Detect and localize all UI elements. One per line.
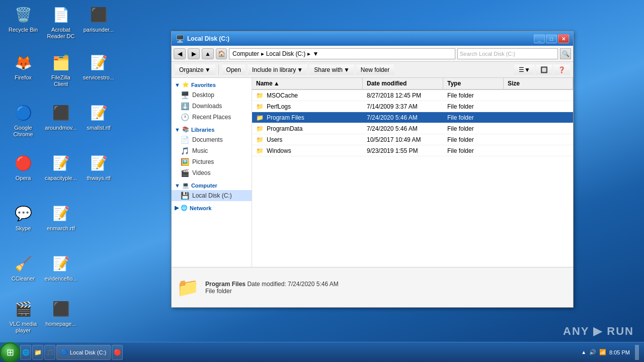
col-header-name[interactable]: Name ▲ bbox=[252, 78, 363, 89]
new-folder-button[interactable]: New folder bbox=[356, 64, 394, 76]
aroundmov-label: aroundmov... bbox=[45, 125, 76, 131]
file-name: MSOCache bbox=[267, 92, 298, 99]
table-row[interactable]: 📁 MSOCache 8/27/2018 12:45 PM File folde… bbox=[252, 90, 573, 101]
desktop-icon-capacityple[interactable]: 📝 capacityple... bbox=[43, 151, 79, 184]
tray-speaker-icon[interactable]: 🔊 bbox=[589, 349, 596, 355]
col-name-label: Name bbox=[256, 80, 273, 87]
libraries-arrow: ▼ bbox=[175, 127, 180, 133]
share-with-button[interactable]: Share with ▼ bbox=[309, 64, 354, 76]
table-row[interactable]: 📁 Program Files 7/24/2020 5:46 AM File f… bbox=[252, 112, 573, 123]
desktop-icon-smallst[interactable]: 📝 smallst.rtf bbox=[80, 101, 117, 133]
desktop-icon-sm: 🖥️ bbox=[181, 91, 189, 99]
table-row[interactable]: 📁 ProgramData 7/24/2020 5:46 AM File fol… bbox=[252, 123, 573, 134]
sidebar-item-pictures[interactable]: 🖼️ Pictures bbox=[172, 156, 252, 167]
watermark: ANY ▶ RUN bbox=[563, 325, 634, 338]
explorer-window[interactable]: 🖥️ Local Disk (C:) _ □ ✕ ◀ ▶ ▲ 🏠 Compute… bbox=[171, 31, 574, 308]
table-row[interactable]: 📁 Windows 9/23/2019 1:55 PM File folder bbox=[252, 145, 573, 156]
sidebar-desktop-label: Desktop bbox=[192, 92, 214, 99]
include-library-button[interactable]: Include in library ▼ bbox=[248, 64, 307, 76]
vlc-label: VLC media player bbox=[7, 321, 39, 334]
file-folder-icon: 📁 bbox=[256, 147, 264, 154]
desktop-icon-acrobat[interactable]: 📄 Acrobat Reader DC bbox=[43, 3, 79, 42]
desktop-icon-thways[interactable]: 📝 thways.rtf bbox=[80, 151, 117, 184]
table-row[interactable]: 📁 PerfLogs 7/14/2009 3:37 AM File folder bbox=[252, 101, 573, 112]
sidebar-item-documents[interactable]: 📄 Documents bbox=[172, 134, 252, 145]
taskbar-chrome-icon: 🔵 bbox=[61, 349, 68, 355]
minimize-button[interactable]: _ bbox=[534, 34, 545, 43]
desktop-icon-ccleaner[interactable]: 🧹 CCleaner bbox=[5, 251, 41, 284]
status-bar: 📁 Program Files Date modified: 7/24/2020… bbox=[172, 267, 573, 307]
share-with-arrow: ▼ bbox=[344, 66, 350, 73]
computer-header[interactable]: ▼ 💻 Computer bbox=[172, 180, 252, 190]
tray-network-icon[interactable]: 📶 bbox=[599, 349, 606, 355]
search-box[interactable]: Search Local Disk (C:) bbox=[457, 48, 558, 59]
sidebar-item-recent-places[interactable]: 🕐 Recent Places bbox=[172, 112, 252, 123]
desktop-icon-enmarch[interactable]: 📝 enmarch.rtf bbox=[43, 201, 79, 234]
desktop-icon-google-chrome[interactable]: 🔵 Google Chrome bbox=[5, 101, 41, 140]
tray-show-hidden[interactable]: ▲ bbox=[581, 349, 586, 355]
up-button[interactable]: ▲ bbox=[202, 48, 214, 59]
sidebar-item-downloads[interactable]: ⬇️ Downloads bbox=[172, 101, 252, 112]
maximize-button[interactable]: □ bbox=[546, 34, 557, 43]
col-header-date[interactable]: Date modified bbox=[363, 78, 443, 89]
taskbar-ie-button[interactable]: 🌐 bbox=[20, 345, 31, 360]
sidebar-item-local-disk-c[interactable]: 💾 Local Disk (C:) bbox=[172, 190, 252, 201]
desktop-icon-skype[interactable]: 💬 Skype bbox=[5, 201, 41, 234]
file-folder-icon: 📁 bbox=[256, 125, 264, 132]
sidebar-localdisk-label: Local Disk (C:) bbox=[192, 192, 232, 199]
window-title: Local Disk (C:) bbox=[187, 35, 534, 42]
help-button[interactable]: ❓ bbox=[553, 64, 570, 76]
sidebar-item-videos[interactable]: 🎬 Videos bbox=[172, 167, 252, 178]
network-icon: 🌐 bbox=[181, 205, 188, 211]
desktop-icon-recycle-bin[interactable]: 🗑️ Recycle Bin bbox=[5, 3, 41, 35]
toolbar-separator-1 bbox=[218, 65, 219, 75]
forward-button[interactable]: ▶ bbox=[188, 48, 200, 59]
pictures-icon: 🖼️ bbox=[181, 158, 189, 166]
home-icon[interactable]: 🏠 bbox=[216, 48, 227, 59]
dropdown-arrow[interactable]: ▼ bbox=[312, 50, 318, 57]
desktop-icon-opera[interactable]: 🔴 Opera bbox=[5, 151, 41, 184]
desktop-icon-aroundmov[interactable]: ⬛ aroundmov... bbox=[43, 101, 79, 133]
start-button[interactable]: ⊞ bbox=[0, 342, 20, 363]
computer-breadcrumb[interactable]: Computer bbox=[232, 50, 259, 57]
desktop-icon-firefox[interactable]: 🦊 Firefox bbox=[5, 50, 41, 83]
favorites-header[interactable]: ▼ ⭐ Favorites bbox=[172, 80, 252, 89]
address-path[interactable]: Computer ▸ Local Disk (C:) ▸ ▼ bbox=[229, 48, 455, 59]
file-name-cell: 📁 PerfLogs bbox=[252, 102, 363, 111]
back-button[interactable]: ◀ bbox=[174, 48, 186, 59]
evidenceflo-img: 📝 bbox=[51, 253, 71, 274]
file-name-cell: 📁 Program Files bbox=[252, 113, 363, 122]
desktop-icon-filezilla[interactable]: 🗂️ FileZilla Client bbox=[43, 50, 79, 89]
view-options-button[interactable]: ☰▼ bbox=[514, 64, 535, 76]
network-header[interactable]: ▶ 🌐 Network bbox=[172, 203, 252, 213]
localdisk-breadcrumb[interactable]: Local Disk (C:) bbox=[266, 50, 306, 57]
desktop-icon-vlc[interactable]: 🎬 VLC media player bbox=[5, 297, 41, 336]
sidebar-item-desktop[interactable]: 🖥️ Desktop bbox=[172, 89, 252, 101]
taskbar-media-button[interactable]: 🎵 bbox=[44, 345, 55, 360]
desktop-icon-parisunder[interactable]: ⬛ parisunder... bbox=[80, 3, 117, 35]
libraries-icon: 📚 bbox=[182, 126, 189, 133]
taskbar-chrome-item[interactable]: 🔵 Local Disk (C:) bbox=[56, 345, 111, 360]
acrobat-label: Acrobat Reader DC bbox=[45, 27, 77, 40]
libraries-header[interactable]: ▼ 📚 Libraries bbox=[172, 125, 252, 134]
open-button[interactable]: Open bbox=[222, 64, 246, 76]
file-size-cell bbox=[504, 95, 573, 97]
sidebar-downloads-label: Downloads bbox=[192, 103, 222, 110]
organize-button[interactable]: Organize ▼ bbox=[175, 64, 215, 76]
status-type: File folder bbox=[205, 288, 339, 295]
close-button[interactable]: ✕ bbox=[558, 34, 569, 43]
col-header-type[interactable]: Type bbox=[443, 78, 504, 89]
desktop-icon-servicestro[interactable]: 📝 servicestro... bbox=[80, 50, 117, 83]
aroundmov-img: ⬛ bbox=[51, 103, 71, 123]
table-row[interactable]: 📁 Users 10/5/2017 10:49 AM File folder bbox=[252, 134, 573, 145]
taskbar-explorer-button[interactable]: 📁 bbox=[32, 345, 43, 360]
details-pane-button[interactable]: 🔲 bbox=[536, 64, 552, 76]
desktop-icon-homepage[interactable]: ⬛ homepage... bbox=[43, 297, 79, 329]
tray-show-desktop[interactable] bbox=[635, 345, 639, 360]
col-header-size[interactable]: Size bbox=[504, 78, 573, 89]
taskbar-norton-button[interactable]: 🔴 bbox=[112, 345, 123, 360]
sidebar-item-music[interactable]: 🎵 Music bbox=[172, 145, 252, 156]
list-header: Name ▲ Date modified Type Size bbox=[252, 78, 573, 90]
desktop-icon-evidenceflo[interactable]: 📝 evidenceflo... bbox=[43, 251, 79, 284]
search-button[interactable]: 🔍 bbox=[560, 48, 571, 59]
